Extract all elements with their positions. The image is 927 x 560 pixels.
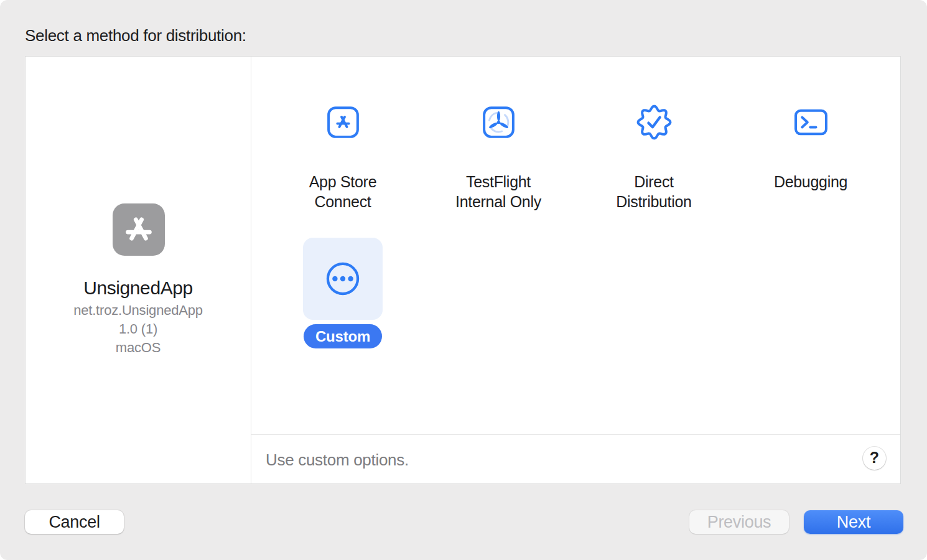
method-options-pane: App Store Connect TestFlight Internal On… — [251, 57, 900, 483]
app-platform: macOS — [26, 338, 251, 357]
content-panel: UnsignedApp net.troz.UnsignedApp 1.0 (1)… — [25, 56, 901, 484]
method-label: App Store Connect — [309, 172, 376, 212]
cancel-button[interactable]: Cancel — [25, 510, 124, 534]
app-store-app-icon — [113, 203, 165, 256]
footer-divider — [251, 434, 900, 435]
sheet-title: Select a method for distribution: — [25, 26, 246, 45]
method-option-direct-distribution[interactable]: Direct Distribution — [579, 105, 729, 212]
method-option-testflight-internal[interactable]: TestFlight Internal Only — [424, 105, 573, 212]
app-bundle-id: net.troz.UnsignedApp — [26, 301, 251, 320]
terminal-icon — [793, 105, 829, 140]
method-label: Debugging — [774, 172, 847, 192]
method-option-debugging[interactable]: Debugging — [736, 105, 885, 192]
method-description: Use custom options. — [266, 449, 409, 470]
method-label: TestFlight Internal Only — [455, 172, 541, 212]
method-label: Direct Distribution — [616, 172, 691, 212]
question-mark: ? — [870, 449, 879, 467]
app-store-icon — [325, 105, 361, 140]
selected-method-tile[interactable] — [303, 238, 383, 320]
app-meta: net.troz.UnsignedApp 1.0 (1) macOS — [26, 301, 251, 357]
selected-method-badge: Custom — [304, 324, 382, 348]
method-option-app-store-connect[interactable]: App Store Connect — [268, 105, 417, 212]
distribution-sheet: Select a method for distribution: Unsign… — [0, 0, 927, 560]
app-summary-pane: UnsignedApp net.troz.UnsignedApp 1.0 (1)… — [26, 57, 251, 483]
testflight-icon — [481, 105, 516, 140]
help-button[interactable]: ? — [863, 447, 886, 470]
app-store-glyph — [113, 203, 165, 256]
seal-checkmark-icon — [636, 105, 672, 140]
ellipsis-circle-icon — [325, 261, 360, 296]
previous-button[interactable]: Previous — [689, 510, 789, 534]
method-option-custom[interactable]: Custom — [268, 238, 417, 348]
next-button[interactable]: Next — [804, 510, 903, 534]
app-version: 1.0 (1) — [26, 320, 251, 338]
app-name: UnsignedApp — [26, 277, 251, 299]
